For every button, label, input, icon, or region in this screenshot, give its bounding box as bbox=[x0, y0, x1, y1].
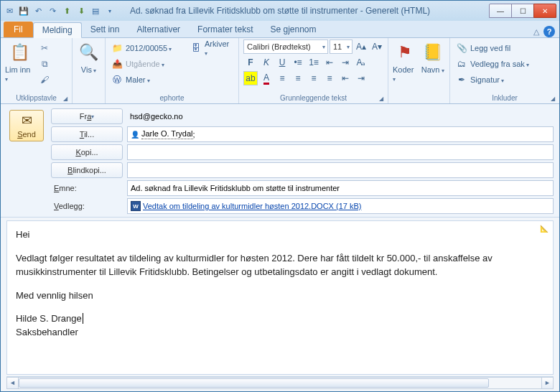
tab-settinn[interactable]: Sett inn bbox=[82, 22, 129, 37]
bullets-icon[interactable]: •≡ bbox=[291, 55, 305, 70]
view-button[interactable]: 🔍 Vis bbox=[77, 39, 101, 74]
app-icon: ✉ bbox=[4, 5, 15, 17]
horizontal-scrollbar[interactable]: ◄ ► bbox=[6, 376, 554, 388]
cc-button[interactable]: Kopi... bbox=[51, 144, 123, 160]
font-size-combo[interactable]: 11 bbox=[330, 39, 353, 54]
indent-icon[interactable]: ⇥ bbox=[354, 71, 368, 85]
body-greeting: Hei bbox=[16, 228, 544, 242]
clipboard-icon: 📋 bbox=[8, 41, 31, 64]
group-names: ⚑ Koder 📒 Navn bbox=[388, 38, 450, 103]
group-font: Calibri (Brødtekst) 11 A▴ A▾ F K U •≡ 1≡… bbox=[239, 38, 388, 103]
italic-button[interactable]: K bbox=[259, 55, 274, 70]
indent-right-icon[interactable]: ⇥ bbox=[338, 55, 353, 70]
koder-button[interactable]: ⚑ Koder bbox=[393, 39, 418, 83]
format-painter-icon[interactable]: 🖌 bbox=[37, 73, 52, 87]
send-button[interactable]: ✉ Send bbox=[9, 110, 44, 141]
paste-button[interactable]: 📋 Lim inn bbox=[5, 39, 34, 83]
message-body[interactable]: 📐 Hei Vedlagt følger resultatet av tilde… bbox=[6, 220, 554, 375]
subject-field[interactable] bbox=[127, 180, 554, 196]
bcc-button[interactable]: Blindkopi... bbox=[51, 162, 123, 178]
ephorte-templates[interactable]: ⓌMaler bbox=[110, 73, 187, 87]
bcc-field[interactable] bbox=[127, 162, 554, 178]
redo-icon[interactable]: ↷ bbox=[47, 5, 58, 17]
scroll-left-icon[interactable]: ◄ bbox=[6, 377, 19, 389]
attach-case-button[interactable]: 🗂Vedlegg fra sak bbox=[454, 57, 541, 71]
attachment-link[interactable]: Vedtak om tildeling av kulturmidler høst… bbox=[143, 202, 361, 210]
ribbon-tabs: Fil Melding Sett inn Alternativer Format… bbox=[1, 21, 559, 38]
align-justify-icon[interactable]: ≡ bbox=[322, 71, 337, 85]
cc-input[interactable] bbox=[131, 148, 550, 157]
indent-left-icon[interactable]: ⇤ bbox=[322, 55, 337, 70]
minimize-button[interactable]: — bbox=[489, 4, 512, 18]
window-controls: — ☐ ✕ bbox=[490, 4, 556, 18]
cut-icon[interactable]: ✂ bbox=[37, 41, 52, 55]
ephorte-docnum[interactable]: 📁2012/00055 bbox=[110, 41, 187, 55]
scroll-thumb[interactable] bbox=[19, 378, 489, 388]
to-field[interactable]: 👤Jarle O. Trydal; bbox=[127, 126, 554, 142]
ephorte-outgoing[interactable]: 📤Utgående bbox=[110, 57, 187, 71]
copy-icon[interactable]: ⧉ bbox=[37, 57, 52, 71]
outdent-icon[interactable]: ⇤ bbox=[338, 71, 353, 85]
scroll-right-icon[interactable]: ► bbox=[541, 377, 554, 389]
flag-icon: ⚑ bbox=[393, 41, 416, 64]
quick-access-toolbar: ✉ 💾 ↶ ↷ ⬆ ⬇ ▤ ▾ bbox=[4, 5, 116, 17]
prev-icon[interactable]: ⬆ bbox=[61, 5, 73, 17]
close-button[interactable]: ✕ bbox=[533, 4, 556, 18]
attachment-field[interactable]: WVedtak om tildeling av kulturmidler høs… bbox=[127, 198, 554, 214]
tab-alternativer[interactable]: Alternativer bbox=[128, 22, 189, 37]
ephorte-archive[interactable]: 🗄Arkiver bbox=[190, 41, 234, 55]
group-view: 🔍 Vis bbox=[73, 38, 106, 103]
numbering-icon[interactable]: 1≡ bbox=[307, 55, 321, 70]
bold-button[interactable]: F bbox=[243, 55, 258, 70]
archive-icon: 🗄 bbox=[191, 43, 202, 53]
group-ephorte: 📁2012/00055 📤Utgående ⓌMaler 🗄Arkiver ep… bbox=[106, 38, 239, 103]
ribbon-collapse-icon[interactable]: △ bbox=[533, 27, 539, 37]
font-color-icon[interactable]: A bbox=[259, 71, 274, 85]
tab-formater[interactable]: Formater tekst bbox=[189, 22, 261, 37]
signature-button[interactable]: ✒Signatur bbox=[454, 73, 541, 87]
clear-format-icon[interactable]: Aₐ bbox=[354, 55, 368, 70]
subject-input[interactable] bbox=[131, 184, 550, 192]
shrink-font-icon[interactable]: A▾ bbox=[370, 39, 384, 54]
highlight-icon[interactable]: ab bbox=[243, 71, 258, 85]
view-icon: 🔍 bbox=[78, 41, 101, 64]
group-include: 📎Legg ved fil 🗂Vedlegg fra sak ✒Signatur… bbox=[450, 38, 559, 103]
bcc-input[interactable] bbox=[131, 166, 550, 174]
tab-segjennom[interactable]: Se gjennom bbox=[261, 22, 325, 37]
align-center-icon[interactable]: ≡ bbox=[291, 71, 305, 85]
underline-button[interactable]: U bbox=[275, 55, 289, 70]
font-launcher-icon[interactable]: ◢ bbox=[379, 95, 383, 102]
addressbook-icon: 📒 bbox=[421, 41, 444, 64]
save-icon[interactable]: 💾 bbox=[18, 5, 29, 17]
attach-file-button[interactable]: 📎Legg ved fil bbox=[454, 41, 541, 55]
tab-melding[interactable]: Melding bbox=[33, 22, 82, 38]
maximize-button[interactable]: ☐ bbox=[511, 4, 534, 18]
case-attach-icon: 🗂 bbox=[456, 59, 467, 69]
body-signature: Hilde S. Drange Saksbehandler bbox=[16, 312, 544, 340]
cc-field[interactable] bbox=[127, 144, 554, 160]
navn-button[interactable]: 📒 Navn bbox=[421, 39, 446, 74]
scroll-track[interactable] bbox=[19, 377, 541, 389]
qat-dropdown-icon[interactable]: ▾ bbox=[104, 5, 116, 17]
body-closing: Med vennlig hilsen bbox=[16, 289, 544, 303]
compose-area: ✉ Send Fra Til... Kopi... Blindkopi... E… bbox=[1, 104, 559, 391]
from-button[interactable]: Fra bbox=[51, 108, 123, 124]
include-launcher-icon[interactable]: ◢ bbox=[551, 95, 555, 102]
undo-icon[interactable]: ↶ bbox=[32, 5, 44, 17]
clipboard-launcher-icon[interactable]: ◢ bbox=[63, 95, 67, 102]
align-right-icon[interactable]: ≡ bbox=[307, 71, 321, 85]
docx-icon: W bbox=[131, 201, 141, 211]
align-left-icon[interactable]: ≡ bbox=[275, 71, 289, 85]
tab-file[interactable]: Fil bbox=[4, 22, 33, 37]
font-family-combo[interactable]: Calibri (Brødtekst) bbox=[243, 39, 328, 54]
to-button[interactable]: Til... bbox=[51, 126, 123, 142]
outgoing-icon: 📤 bbox=[111, 59, 123, 69]
ruler-icon[interactable]: 📐 bbox=[540, 224, 550, 235]
envelope-icon: ✉ bbox=[22, 113, 32, 129]
next-icon[interactable]: ⬇ bbox=[75, 5, 87, 17]
qat-more-icon[interactable]: ▤ bbox=[90, 5, 101, 17]
ribbon: 📋 Lim inn ✂ ⧉ 🖌 Utklippstavle◢ 🔍 Vis bbox=[1, 38, 559, 104]
help-button[interactable]: ? bbox=[543, 26, 555, 37]
outlook-compose-window: ✉ 💾 ↶ ↷ ⬆ ⬇ ▤ ▾ Ad. søknad fra Lillevik … bbox=[0, 0, 560, 392]
grow-font-icon[interactable]: A▴ bbox=[354, 39, 368, 54]
